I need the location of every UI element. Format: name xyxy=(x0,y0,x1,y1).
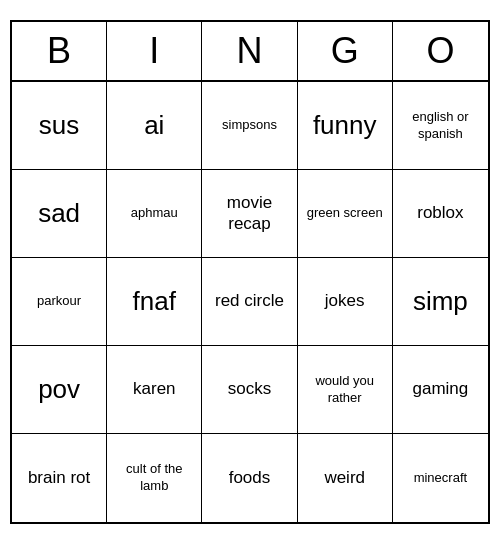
bingo-cell-0[interactable]: sus xyxy=(12,82,107,170)
cell-text-20: brain rot xyxy=(28,468,90,488)
bingo-cell-24[interactable]: minecraft xyxy=(393,434,488,522)
header-letter-I: I xyxy=(107,22,202,80)
cell-text-3: funny xyxy=(313,111,377,140)
cell-text-7: movie recap xyxy=(206,193,292,234)
bingo-cell-15[interactable]: pov xyxy=(12,346,107,434)
cell-text-16: karen xyxy=(133,379,176,399)
cell-text-10: parkour xyxy=(37,293,81,310)
cell-text-15: pov xyxy=(38,375,80,404)
cell-text-4: english or spanish xyxy=(397,109,484,143)
bingo-cell-16[interactable]: karen xyxy=(107,346,202,434)
cell-text-5: sad xyxy=(38,199,80,228)
header-letter-N: N xyxy=(202,22,297,80)
bingo-cell-12[interactable]: red circle xyxy=(202,258,297,346)
cell-text-19: gaming xyxy=(413,379,469,399)
header-letter-B: B xyxy=(12,22,107,80)
bingo-cell-10[interactable]: parkour xyxy=(12,258,107,346)
bingo-cell-8[interactable]: green screen xyxy=(298,170,393,258)
bingo-cell-11[interactable]: fnaf xyxy=(107,258,202,346)
cell-text-18: would you rather xyxy=(302,373,388,407)
header-letter-O: O xyxy=(393,22,488,80)
cell-text-22: foods xyxy=(229,468,271,488)
cell-text-0: sus xyxy=(39,111,79,140)
bingo-cell-4[interactable]: english or spanish xyxy=(393,82,488,170)
cell-text-17: socks xyxy=(228,379,271,399)
bingo-cell-20[interactable]: brain rot xyxy=(12,434,107,522)
cell-text-21: cult of the lamb xyxy=(111,461,197,495)
bingo-cell-14[interactable]: simp xyxy=(393,258,488,346)
cell-text-2: simpsons xyxy=(222,117,277,134)
bingo-cell-19[interactable]: gaming xyxy=(393,346,488,434)
bingo-cell-18[interactable]: would you rather xyxy=(298,346,393,434)
bingo-cell-17[interactable]: socks xyxy=(202,346,297,434)
bingo-cell-5[interactable]: sad xyxy=(12,170,107,258)
bingo-card: BINGO susaisimpsonsfunnyenglish or spani… xyxy=(10,20,490,524)
bingo-cell-6[interactable]: aphmau xyxy=(107,170,202,258)
cell-text-9: roblox xyxy=(417,203,463,223)
bingo-header: BINGO xyxy=(12,22,488,82)
cell-text-8: green screen xyxy=(307,205,383,222)
bingo-cell-9[interactable]: roblox xyxy=(393,170,488,258)
header-letter-G: G xyxy=(298,22,393,80)
bingo-cell-21[interactable]: cult of the lamb xyxy=(107,434,202,522)
cell-text-6: aphmau xyxy=(131,205,178,222)
bingo-cell-1[interactable]: ai xyxy=(107,82,202,170)
cell-text-14: simp xyxy=(413,287,468,316)
bingo-grid: susaisimpsonsfunnyenglish or spanishsada… xyxy=(12,82,488,522)
bingo-cell-3[interactable]: funny xyxy=(298,82,393,170)
cell-text-1: ai xyxy=(144,111,164,140)
cell-text-13: jokes xyxy=(325,291,365,311)
cell-text-12: red circle xyxy=(215,291,284,311)
bingo-cell-2[interactable]: simpsons xyxy=(202,82,297,170)
bingo-cell-23[interactable]: weird xyxy=(298,434,393,522)
bingo-cell-13[interactable]: jokes xyxy=(298,258,393,346)
bingo-cell-7[interactable]: movie recap xyxy=(202,170,297,258)
cell-text-23: weird xyxy=(324,468,365,488)
cell-text-11: fnaf xyxy=(133,287,176,316)
cell-text-24: minecraft xyxy=(414,470,467,487)
bingo-cell-22[interactable]: foods xyxy=(202,434,297,522)
